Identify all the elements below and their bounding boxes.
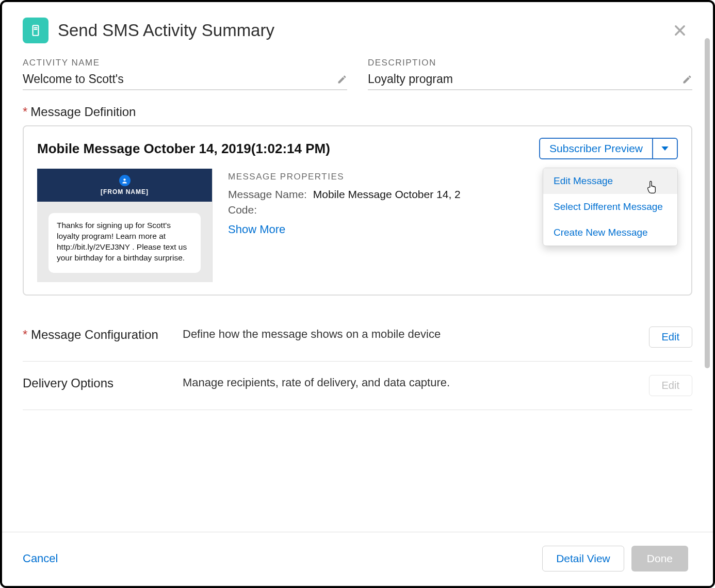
delivery-options-desc: Manage recipients, rate of delivery, and… [183, 375, 633, 389]
done-button: Done [631, 546, 688, 571]
preview-dropdown: Edit Message Select Different Message Cr… [543, 168, 678, 246]
card-head: Mobile Message October 14, 2019(1:02:14 … [37, 138, 678, 159]
modal-footer: Cancel Detail View Done [2, 532, 713, 586]
sms-app-icon [23, 18, 48, 43]
message-title: Mobile Message October 14, 2019(1:02:14 … [37, 141, 330, 157]
edit-activity-name-icon[interactable] [337, 74, 347, 85]
activity-name-field: ACTIVITY NAME Welcome to Scott's [23, 58, 347, 90]
phone-preview: [FROM NAME] Thanks for signing up for Sc… [37, 169, 213, 282]
description-field: DESCRIPTION Loyalty program [368, 58, 692, 90]
edit-message-configuration-button[interactable]: Edit [649, 326, 692, 348]
dropdown-select-different[interactable]: Select Different Message [543, 194, 677, 220]
delivery-options-heading: Delivery Options [23, 375, 167, 391]
meta-row: ACTIVITY NAME Welcome to Scott's DESCRIP… [23, 58, 692, 90]
modal-frame: Send SMS Activity Summary ACTIVITY NAME … [0, 0, 715, 588]
sms-bubble: Thanks for signing up for Scott's loyalt… [48, 213, 201, 273]
message-configuration-row: * Message Configuration Define how the m… [23, 313, 692, 362]
description-value: Loyalty program [368, 72, 453, 86]
edit-delivery-options-button: Edit [649, 375, 692, 396]
detail-view-button[interactable]: Detail View [542, 546, 624, 571]
message-configuration-desc: Define how the message shows on a mobile… [183, 326, 633, 341]
close-icon[interactable] [673, 23, 687, 38]
subscriber-preview-control: Subscriber Preview [539, 138, 678, 159]
from-name: [FROM NAME] [101, 188, 149, 195]
svg-rect-0 [33, 25, 39, 36]
message-definition-heading: * Message Definition [23, 105, 692, 119]
required-asterisk: * [23, 105, 27, 119]
cancel-button[interactable]: Cancel [23, 552, 58, 565]
subscriber-preview-button[interactable]: Subscriber Preview [539, 138, 653, 159]
delivery-options-row: Delivery Options Manage recipients, rate… [23, 362, 692, 410]
show-more-link[interactable]: Show More [228, 221, 285, 238]
avatar-icon [119, 175, 131, 186]
message-definition-card: Mobile Message October 14, 2019(1:02:14 … [23, 125, 692, 296]
phone-header: [FROM NAME] [37, 169, 212, 202]
scrollbar[interactable] [705, 38, 710, 368]
modal-title: Send SMS Activity Summary [58, 21, 274, 40]
dropdown-create-new[interactable]: Create New Message [543, 220, 677, 246]
modal-header: Send SMS Activity Summary [23, 18, 692, 43]
modal-content: Send SMS Activity Summary ACTIVITY NAME … [2, 2, 713, 586]
activity-name-value: Welcome to Scott's [23, 72, 124, 86]
edit-description-icon[interactable] [682, 74, 692, 85]
message-definition-label: Message Definition [30, 105, 136, 119]
required-asterisk: * [23, 328, 27, 341]
message-configuration-heading: * Message Configuration [23, 326, 167, 342]
activity-name-label: ACTIVITY NAME [23, 58, 347, 68]
description-label: DESCRIPTION [368, 58, 692, 68]
subscriber-preview-caret[interactable] [653, 138, 678, 159]
dropdown-edit-message[interactable]: Edit Message [543, 168, 677, 194]
svg-point-5 [123, 178, 125, 181]
